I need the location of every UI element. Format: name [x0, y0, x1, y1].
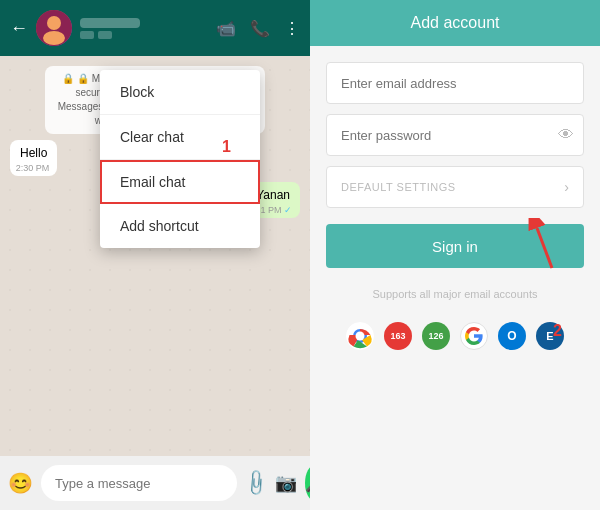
- contact-name-bar: [80, 18, 140, 28]
- password-field[interactable]: [326, 114, 584, 156]
- default-settings-row[interactable]: DEFAULT SETTINGS ›: [326, 166, 584, 208]
- call-icon[interactable]: 📞: [250, 19, 270, 38]
- password-wrapper: 👁: [326, 114, 584, 156]
- chat-header: ← 📹 📞 ⋮: [0, 0, 310, 56]
- account-header: Add account: [310, 0, 600, 46]
- more-options-icon[interactable]: ⋮: [284, 19, 300, 38]
- chat-panel: ← 📹 📞 ⋮ 🔒 🔒 Messages to this chat and ca…: [0, 0, 310, 510]
- svg-line-7: [537, 228, 552, 268]
- avatar: [36, 10, 72, 46]
- account-form: 👁 DEFAULT SETTINGS › Sign in Supports al…: [310, 46, 600, 366]
- svg-point-1: [47, 16, 61, 30]
- annotation-2: 2: [553, 322, 562, 340]
- camera-icon[interactable]: 📷: [275, 472, 297, 494]
- back-button[interactable]: ←: [10, 18, 28, 39]
- menu-item-block[interactable]: Block: [100, 70, 260, 115]
- emoji-button[interactable]: 😊: [8, 467, 33, 499]
- account-title: Add account: [411, 14, 500, 32]
- received-message: Hello 2:30 PM: [10, 140, 57, 176]
- email-providers: 163 126 O E: [326, 322, 584, 350]
- menu-item-add-shortcut[interactable]: Add shortcut: [100, 204, 260, 248]
- show-password-icon[interactable]: 👁: [558, 126, 574, 144]
- provider-google: [460, 322, 488, 350]
- email-field[interactable]: [326, 62, 584, 104]
- read-receipt: ✓: [284, 205, 292, 215]
- attach-icon[interactable]: 📎: [240, 467, 271, 498]
- header-actions: 📹 📞 ⋮: [216, 19, 300, 38]
- message-time: 2:30 PM: [16, 163, 50, 173]
- default-settings-label: DEFAULT SETTINGS: [341, 181, 456, 193]
- menu-item-clear-chat[interactable]: Clear chat: [100, 115, 260, 160]
- video-call-icon[interactable]: 📹: [216, 19, 236, 38]
- message-input[interactable]: [41, 465, 237, 501]
- contact-info: [80, 18, 208, 39]
- svg-point-2: [43, 31, 65, 45]
- provider-126: 126: [422, 322, 450, 350]
- chat-input-area: 😊 📎 📷 🎤: [0, 456, 310, 510]
- svg-point-5: [356, 332, 365, 341]
- account-panel: Add account 👁 DEFAULT SETTINGS › Sign in…: [310, 0, 600, 510]
- supports-text: Supports all major email accounts: [326, 288, 584, 300]
- provider-163: 163: [384, 322, 412, 350]
- menu-item-email-chat[interactable]: Email chat: [100, 160, 260, 204]
- lock-icon: 🔒: [62, 73, 74, 84]
- context-menu: Block Clear chat Email chat Add shortcut: [100, 70, 260, 248]
- provider-outlook: O: [498, 322, 526, 350]
- provider-chrome: [346, 322, 374, 350]
- chevron-right-icon: ›: [564, 179, 569, 195]
- annotation-1: 1: [222, 138, 231, 156]
- red-arrow: [522, 218, 562, 277]
